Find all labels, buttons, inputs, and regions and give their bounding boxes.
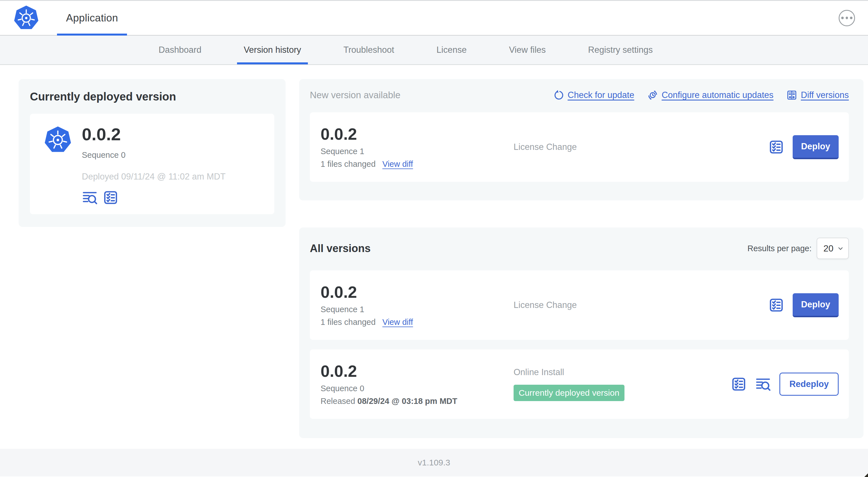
tab-troubleshoot[interactable]: Troubleshoot (343, 35, 394, 64)
active-tab-underline (237, 62, 308, 64)
version-source-label: Online Install (514, 367, 731, 377)
kubernetes-app-icon (43, 126, 72, 154)
check-for-update-link[interactable]: Check for update (553, 90, 634, 100)
schedule-update-icon (647, 90, 658, 100)
view-diff-link[interactable]: View diff (382, 159, 413, 169)
released-timestamp: 08/29/24 @ 03:18 pm MDT (358, 396, 458, 406)
new-version-card: 0.0.2 Sequence 1 1 files changed View di… (310, 112, 849, 182)
view-deploy-logs-button[interactable] (82, 190, 98, 206)
currently-deployed-title: Currently deployed version (30, 90, 274, 103)
release-notes-button[interactable] (768, 139, 784, 155)
logs-icon (82, 190, 98, 206)
view-deploy-logs-button[interactable] (755, 376, 771, 392)
release-notes-icon (103, 190, 119, 206)
version-row: 0.0.2 Sequence 0 Released 08/29/24 @ 03:… (310, 350, 849, 419)
app-tab[interactable]: Application (57, 1, 127, 35)
release-notes-icon (768, 297, 784, 313)
results-per-page-value: 20 (824, 243, 837, 254)
files-changed-label: 1 files changed (320, 159, 376, 169)
version-source-block: Online Install Currently deployed versio… (514, 367, 731, 401)
sequence-label: Sequence 0 (320, 384, 514, 393)
release-notes-icon (768, 139, 784, 155)
version-label: 0.0.2 (320, 284, 514, 301)
redeploy-button[interactable]: Redeploy (779, 372, 839, 396)
app-footer: v1.109.3 (0, 449, 868, 476)
app-subnav: Dashboard Version history Troubleshoot L… (0, 35, 868, 65)
version-row: 0.0.2 Sequence 1 1 files changed View di… (310, 270, 849, 340)
new-version-title: New version available (310, 90, 400, 100)
refresh-icon (553, 90, 564, 100)
currently-deployed-badge: Currently deployed version (514, 385, 624, 401)
version-label: 0.0.2 (320, 125, 514, 143)
kubernetes-logo (13, 5, 39, 31)
app-header: Application (0, 1, 868, 35)
deployed-version-label: 0.0.2 (82, 125, 225, 144)
configure-automatic-updates-link[interactable]: Configure automatic updates (647, 90, 773, 100)
tab-registry-settings[interactable]: Registry settings (588, 35, 653, 64)
version-source-label: License Change (514, 300, 768, 310)
version-source-label: License Change (514, 142, 768, 152)
deployed-sequence-label: Sequence 0 (82, 150, 225, 160)
window-corner-artifact (864, 473, 868, 477)
currently-deployed-panel: Currently deployed version 0.0.2 Sequenc… (19, 79, 286, 227)
released-prefix: Released (320, 396, 355, 406)
results-per-page-select[interactable]: 20 (817, 238, 849, 259)
main-content: Currently deployed version 0.0.2 Sequenc… (0, 65, 868, 449)
files-changed-label: 1 files changed (320, 318, 376, 327)
overflow-menu-button[interactable] (839, 10, 855, 26)
release-notes-button[interactable] (768, 297, 784, 313)
tab-view-files[interactable]: View files (509, 35, 546, 64)
all-versions-panel: All versions Results per page: 20 0.0.2 … (299, 228, 864, 438)
chevron-down-icon (837, 245, 844, 252)
deploy-button[interactable]: Deploy (793, 293, 839, 317)
tab-dashboard[interactable]: Dashboard (159, 35, 202, 64)
new-version-panel: New version available Check for update C… (299, 79, 864, 200)
console-version-label: v1.109.3 (417, 458, 450, 468)
deployed-timestamp: Deployed 09/11/24 @ 11:02 am MDT (82, 172, 225, 182)
release-notes-button[interactable] (103, 190, 119, 206)
diff-versions-link[interactable]: Diff versions (786, 90, 849, 100)
all-versions-title: All versions (310, 242, 371, 255)
active-app-underline (57, 34, 127, 35)
results-per-page-label: Results per page: (747, 244, 812, 253)
app-title: Application (66, 12, 118, 24)
sequence-label: Sequence 1 (320, 147, 514, 156)
deploy-button[interactable]: Deploy (793, 135, 839, 159)
logs-icon (755, 376, 771, 392)
ellipsis-icon (841, 17, 844, 19)
sequence-label: Sequence 1 (320, 305, 514, 314)
tab-version-history[interactable]: Version history (244, 35, 301, 64)
view-diff-link[interactable]: View diff (382, 318, 413, 327)
version-label: 0.0.2 (320, 362, 514, 380)
release-notes-icon (731, 376, 747, 392)
release-notes-button[interactable] (731, 376, 747, 392)
tab-license[interactable]: License (437, 35, 467, 64)
currently-deployed-card: 0.0.2 Sequence 0 Deployed 09/11/24 @ 11:… (30, 114, 274, 214)
diff-icon (786, 90, 797, 100)
